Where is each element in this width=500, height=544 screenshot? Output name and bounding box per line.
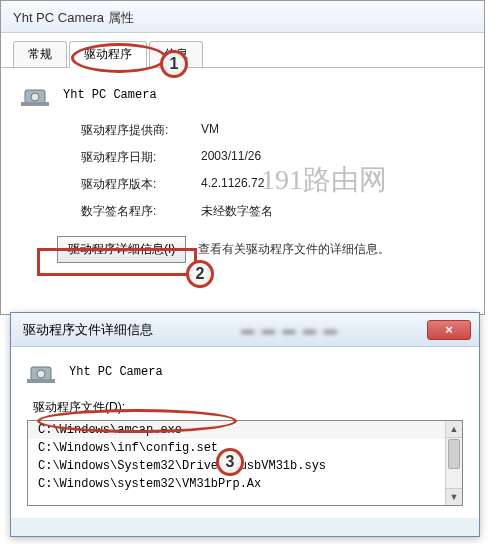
- file-item[interactable]: C:\Windows\System32\Drivers\usbVM31b.sys: [28, 457, 462, 475]
- blurred-text: ▬ ▬ ▬ ▬ ▬: [241, 322, 338, 337]
- driver-file-details-window: 驱动程序文件详细信息 ▬ ▬ ▬ ▬ ▬ × Yht PC Camera 驱动程…: [10, 312, 480, 537]
- info-value: VM: [201, 122, 219, 139]
- driver-details-button[interactable]: 驱动程序详细信息(I): [57, 236, 186, 263]
- details-device-name: Yht PC Camera: [69, 365, 163, 379]
- info-value: 2003/11/26: [201, 149, 261, 166]
- info-row-provider: 驱动程序提供商: VM: [81, 122, 464, 139]
- scrollbar[interactable]: ▲ ▼: [445, 421, 462, 505]
- file-list-label: 驱动程序文件(D):: [33, 399, 463, 416]
- info-row-date: 驱动程序日期: 2003/11/26: [81, 149, 464, 166]
- tab-details[interactable]: 信息: [149, 41, 203, 67]
- details-title-text: 驱动程序文件详细信息: [23, 321, 153, 339]
- file-item[interactable]: C:\Windows\inf\config.set: [28, 439, 462, 457]
- tab-label: 常规: [28, 47, 52, 61]
- camera-icon: [21, 82, 53, 108]
- details-body: Yht PC Camera 驱动程序文件(D): C:\Windows\amca…: [11, 347, 479, 518]
- svg-rect-5: [27, 379, 55, 383]
- info-label: 驱动程序版本:: [81, 176, 201, 193]
- file-item[interactable]: C:\Windows\amcap.exe: [28, 421, 462, 439]
- svg-point-1: [31, 93, 39, 101]
- scroll-thumb[interactable]: [448, 439, 460, 469]
- info-label: 数字签名程序:: [81, 203, 201, 220]
- button-row: 驱动程序详细信息(I) 查看有关驱动程序文件的详细信息。: [57, 236, 464, 263]
- info-label: 驱动程序提供商:: [81, 122, 201, 139]
- tab-driver[interactable]: 驱动程序: [69, 41, 147, 68]
- file-item[interactable]: C:\Windows\system32\VM31bPrp.Ax: [28, 475, 462, 493]
- close-icon: ×: [445, 322, 453, 337]
- file-list[interactable]: C:\Windows\amcap.exe C:\Windows\inf\conf…: [27, 420, 463, 506]
- button-description: 查看有关驱动程序文件的详细信息。: [198, 241, 390, 258]
- scroll-down-icon[interactable]: ▼: [446, 488, 462, 505]
- tab-general[interactable]: 常规: [13, 41, 67, 67]
- device-header: Yht PC Camera: [21, 82, 464, 108]
- camera-icon: [27, 359, 59, 385]
- info-value: 未经数字签名: [201, 203, 273, 220]
- tab-label: 信息: [164, 47, 188, 61]
- close-button[interactable]: ×: [427, 320, 471, 340]
- button-label: 驱动程序详细信息(I): [68, 242, 175, 256]
- scroll-up-icon[interactable]: ▲: [446, 421, 462, 438]
- svg-rect-2: [21, 102, 49, 106]
- window-title: Yht PC Camera 属性: [1, 1, 484, 33]
- device-name: Yht PC Camera: [63, 88, 157, 102]
- driver-tab-content: Yht PC Camera 驱动程序提供商: VM 驱动程序日期: 2003/1…: [1, 68, 484, 277]
- info-label: 驱动程序日期:: [81, 149, 201, 166]
- svg-point-4: [37, 370, 45, 378]
- info-row-version: 驱动程序版本: 4.2.1126.72: [81, 176, 464, 193]
- details-device-header: Yht PC Camera: [27, 359, 463, 385]
- info-value: 4.2.1126.72: [201, 176, 264, 193]
- properties-window: Yht PC Camera 属性 常规 驱动程序 信息 Yht PC Camer…: [0, 0, 485, 315]
- tab-label: 驱动程序: [84, 47, 132, 61]
- info-row-signer: 数字签名程序: 未经数字签名: [81, 203, 464, 220]
- tab-strip: 常规 驱动程序 信息: [1, 33, 484, 68]
- details-titlebar: 驱动程序文件详细信息 ▬ ▬ ▬ ▬ ▬ ×: [11, 313, 479, 347]
